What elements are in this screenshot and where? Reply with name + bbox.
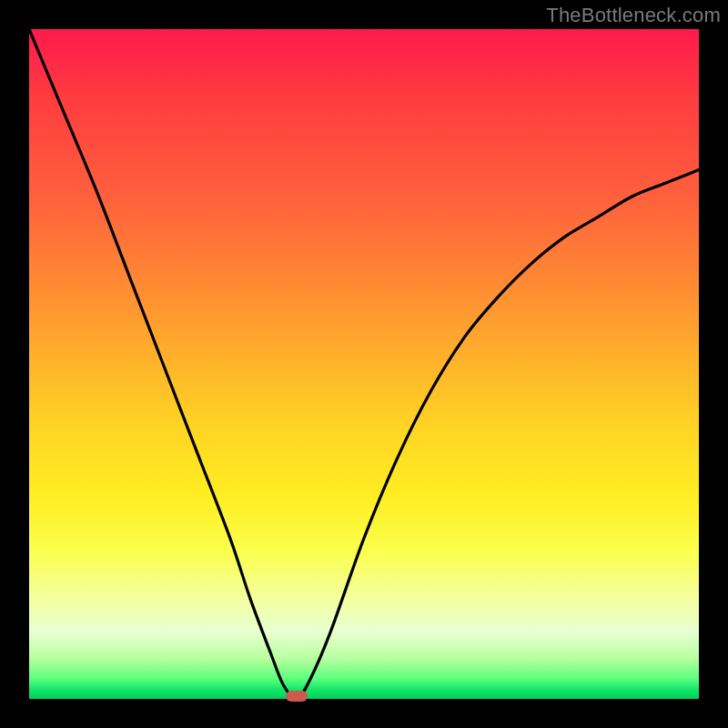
minimum-marker — [286, 691, 308, 702]
plot-area — [29, 29, 699, 699]
chart-frame: TheBottleneck.com — [0, 0, 728, 728]
watermark-text: TheBottleneck.com — [546, 4, 721, 27]
bottleneck-curve — [29, 29, 699, 699]
curve-path — [29, 29, 699, 699]
